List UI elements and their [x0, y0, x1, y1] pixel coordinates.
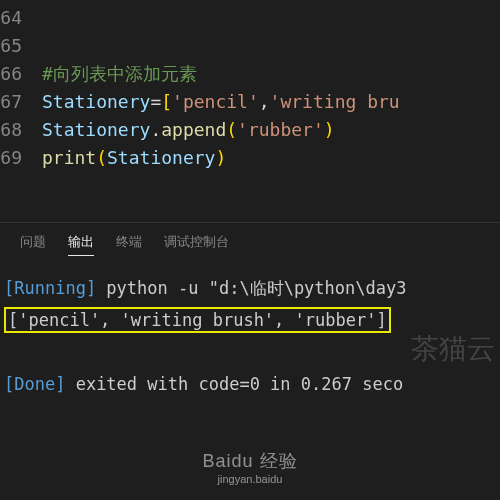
running-text: python -u "d:\临时\python\day3: [96, 278, 406, 298]
line-number: 68: [0, 116, 42, 144]
code-content[interactable]: print(Stationery): [42, 144, 500, 172]
bottom-watermark: Baidu 经验 jingyan.baidu: [202, 449, 297, 485]
token-bracket: (: [96, 147, 107, 168]
token-bracket: ): [324, 119, 335, 140]
line-number: 69: [0, 144, 42, 172]
token-function: append: [161, 119, 226, 140]
code-line[interactable]: 66#向列表中添加元素: [0, 60, 500, 88]
watermark-logo: Baidu 经验: [202, 449, 297, 473]
panel-tab[interactable]: 输出: [68, 233, 94, 256]
token-punct: ,: [259, 91, 270, 112]
code-line[interactable]: 68Stationery.append('rubber'): [0, 116, 500, 144]
done-label: [Done]: [4, 374, 65, 394]
output-running-line: [Running] python -u "d:\临时\python\day3: [4, 272, 496, 304]
line-number: 66: [0, 60, 42, 88]
token-punct: .: [150, 119, 161, 140]
line-number: 67: [0, 88, 42, 116]
output-result: ['pencil', 'writing brush', 'rubber']: [4, 307, 391, 333]
panel-tab[interactable]: 问题: [20, 233, 46, 255]
token-operator: =: [150, 91, 161, 112]
code-line[interactable]: 65: [0, 32, 500, 60]
code-line[interactable]: 69print(Stationery): [0, 144, 500, 172]
token-comment: #向列表中添加元素: [42, 63, 197, 84]
code-content[interactable]: Stationery=['pencil','writing bru: [42, 88, 500, 116]
panel-tab[interactable]: 终端: [116, 233, 142, 255]
token-variable: Stationery: [107, 147, 215, 168]
panel-tab[interactable]: 调试控制台: [164, 233, 229, 255]
token-bracket: [: [161, 91, 172, 112]
running-label: [Running]: [4, 278, 96, 298]
output-blank: [4, 336, 496, 368]
code-line[interactable]: 64: [0, 4, 500, 32]
code-content[interactable]: [42, 32, 500, 60]
panel-tabs: 问题输出终端调试控制台: [0, 223, 500, 264]
token-builtin: print: [42, 147, 96, 168]
token-bracket: ): [215, 147, 226, 168]
token-string: 'rubber': [237, 119, 324, 140]
code-content[interactable]: #向列表中添加元素: [42, 60, 500, 88]
code-content[interactable]: [42, 4, 500, 32]
output-result-line: ['pencil', 'writing brush', 'rubber']: [4, 304, 496, 336]
token-bracket: (: [226, 119, 237, 140]
watermark-url: jingyan.baidu: [202, 473, 297, 485]
token-string: 'writing bru: [270, 91, 400, 112]
line-number: 65: [0, 32, 42, 60]
output-panel: [Running] python -u "d:\临时\python\day3 […: [0, 264, 500, 408]
token-variable: Stationery: [42, 119, 150, 140]
token-string: 'pencil': [172, 91, 259, 112]
output-done-line: [Done] exited with code=0 in 0.267 seco: [4, 368, 496, 400]
line-number: 64: [0, 4, 42, 32]
code-content[interactable]: Stationery.append('rubber'): [42, 116, 500, 144]
code-editor[interactable]: 646566#向列表中添加元素67Stationery=['pencil','w…: [0, 0, 500, 192]
code-line[interactable]: 67Stationery=['pencil','writing bru: [0, 88, 500, 116]
token-variable: Stationery: [42, 91, 150, 112]
done-text: exited with code=0 in 0.267 seco: [65, 374, 403, 394]
